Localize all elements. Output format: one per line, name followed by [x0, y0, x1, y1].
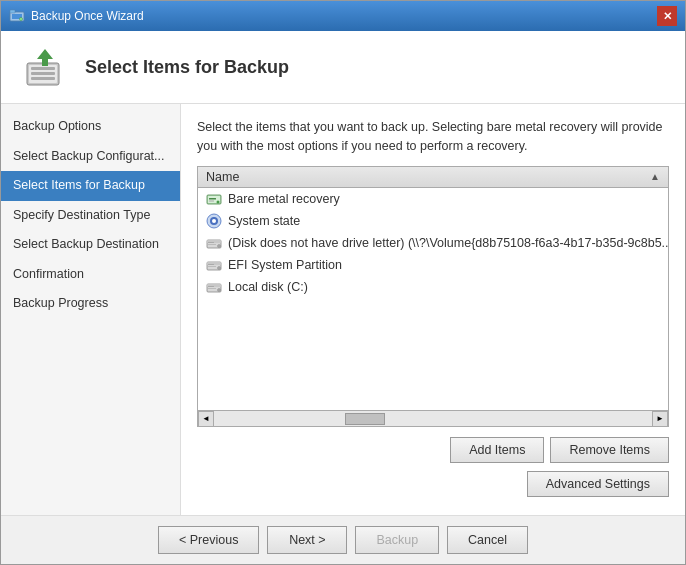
svg-point-13: [217, 200, 220, 203]
scroll-left-arrow[interactable]: ◄: [198, 411, 214, 427]
list-item[interactable]: (Disk does not have drive letter) (\\?\V…: [198, 232, 668, 254]
list-item[interactable]: Local disk (C:): [198, 276, 668, 298]
title-bar: Backup Once Wizard ✕: [1, 1, 685, 31]
list-item[interactable]: System state: [198, 210, 668, 232]
local-disk-label: Local disk (C:): [228, 280, 308, 294]
svg-point-22: [218, 244, 221, 247]
cancel-button[interactable]: Cancel: [447, 526, 528, 554]
svg-point-19: [213, 217, 215, 219]
list-header: Name ▲: [198, 167, 668, 188]
advanced-buttons-row: Advanced Settings: [197, 471, 669, 497]
system-state-label: System state: [228, 214, 300, 228]
footer: < Previous Next > Backup Cancel: [1, 515, 685, 564]
scroll-right-arrow[interactable]: ►: [652, 411, 668, 427]
list-item[interactable]: Bare metal recovery: [198, 188, 668, 210]
efi-icon: [206, 257, 222, 273]
scroll-thumb[interactable]: [345, 413, 385, 425]
scroll-track[interactable]: [214, 411, 652, 426]
bare-metal-label: Bare metal recovery: [228, 192, 340, 206]
header-area: Select Items for Backup: [1, 31, 685, 104]
svg-rect-6: [31, 67, 55, 70]
svg-rect-23: [208, 242, 214, 243]
svg-rect-14: [209, 198, 216, 200]
svg-point-3: [20, 18, 23, 21]
horizontal-scrollbar[interactable]: ◄ ►: [198, 410, 668, 426]
list-body[interactable]: Bare metal recovery System stat: [198, 188, 668, 411]
previous-button[interactable]: < Previous: [158, 526, 259, 554]
svg-rect-29: [208, 266, 216, 267]
remove-items-button[interactable]: Remove Items: [550, 437, 669, 463]
svg-rect-15: [209, 200, 214, 201]
bare-metal-icon: [206, 191, 222, 207]
add-remove-buttons-row: Add Items Remove Items: [197, 437, 669, 463]
disk-no-letter-label: (Disk does not have drive letter) (\\?\V…: [228, 236, 668, 250]
svg-rect-33: [208, 286, 214, 287]
backup-button[interactable]: Backup: [355, 526, 439, 554]
svg-point-18: [212, 219, 216, 223]
header-title: Select Items for Backup: [85, 57, 289, 78]
sidebar-item-specify-destination[interactable]: Specify Destination Type: [1, 201, 180, 231]
local-disk-icon: [206, 279, 222, 295]
efi-label: EFI System Partition: [228, 258, 342, 272]
svg-point-27: [218, 266, 221, 269]
add-items-button[interactable]: Add Items: [450, 437, 544, 463]
sidebar-item-select-destination[interactable]: Select Backup Destination: [1, 230, 180, 260]
wizard-window: Backup Once Wizard ✕ Select Items for Ba…: [0, 0, 686, 565]
sidebar-item-select-backup-config[interactable]: Select Backup Configurat...: [1, 142, 180, 172]
description-text: Select the items that you want to back u…: [197, 118, 669, 156]
sort-indicator: ▲: [650, 171, 660, 182]
svg-rect-2: [10, 10, 15, 13]
content-area: Select the items that you want to back u…: [181, 104, 685, 515]
list-item[interactable]: EFI System Partition: [198, 254, 668, 276]
column-name-label: Name: [206, 170, 239, 184]
sidebar-item-backup-progress[interactable]: Backup Progress: [1, 289, 180, 319]
sidebar: Backup Options Select Backup Configurat.…: [1, 104, 181, 515]
title-bar-text: Backup Once Wizard: [31, 9, 144, 23]
svg-point-32: [218, 288, 221, 291]
title-bar-left: Backup Once Wizard: [9, 8, 144, 24]
next-button[interactable]: Next >: [267, 526, 347, 554]
svg-rect-10: [42, 59, 48, 66]
sidebar-item-confirmation[interactable]: Confirmation: [1, 260, 180, 290]
disk-icon: [206, 235, 222, 251]
wizard-icon: [21, 43, 69, 91]
items-list-container: Name ▲: [197, 166, 669, 428]
svg-rect-28: [208, 264, 214, 265]
main-content: Backup Options Select Backup Configurat.…: [1, 104, 685, 515]
sidebar-item-backup-options[interactable]: Backup Options: [1, 112, 180, 142]
app-icon: [9, 8, 25, 24]
svg-rect-7: [31, 72, 55, 75]
svg-rect-8: [31, 77, 55, 80]
advanced-settings-button[interactable]: Advanced Settings: [527, 471, 669, 497]
close-button[interactable]: ✕: [657, 6, 677, 26]
svg-rect-34: [208, 288, 216, 289]
svg-rect-24: [208, 244, 216, 245]
system-state-icon: [206, 213, 222, 229]
sidebar-item-select-items[interactable]: Select Items for Backup: [1, 171, 180, 201]
